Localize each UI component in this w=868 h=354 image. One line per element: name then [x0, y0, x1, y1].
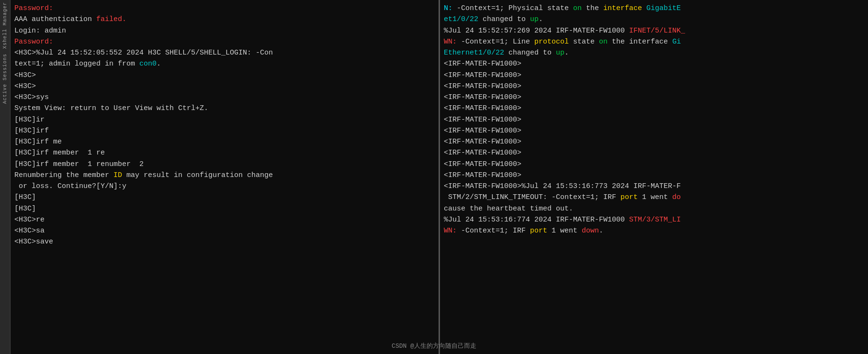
sidebar-label-2: Active Sessions — [2, 54, 8, 104]
terminal-line: %Jul 24 15:53:16:774 2024 IRF-MATER-FW10… — [444, 214, 864, 225]
terminal-line: Renumbering the member ID may result in … — [14, 170, 435, 181]
terminal-line: <H3C>sa — [14, 225, 435, 236]
terminal-line: <IRF-MATER-FW1000> — [444, 147, 864, 158]
terminal-line: [H3C]ir — [14, 114, 435, 125]
terminal-line: <IRF-MATER-FW1000> — [444, 103, 864, 114]
terminal-line: text=1; admin logged in from con0. — [14, 58, 435, 69]
terminal-line: Login: admin — [14, 25, 435, 36]
terminal-line: or loss. Continue?[Y/N]:y — [14, 181, 435, 192]
terminal-line: <IRF-MATER-FW1000> — [444, 136, 864, 147]
terminal-line: N: -Context=1; Physical state on the int… — [444, 3, 864, 14]
terminal-line: [H3C] — [14, 203, 435, 214]
terminal-line: <IRF-MATER-FW1000> — [444, 92, 864, 103]
terminal-line: <IRF-MATER-FW1000> — [444, 159, 864, 170]
terminal-line: [H3C]irf member 1 re — [14, 147, 435, 158]
terminal-line: <IRF-MATER-FW1000>%Jul 24 15:53:16:773 2… — [444, 181, 864, 192]
terminal-line: et1/0/22 changed to up. — [444, 14, 864, 25]
terminal-line: [H3C] — [14, 192, 435, 203]
terminal-line: %Jul 24 15:52:57:269 2024 IRF-MATER-FW10… — [444, 25, 864, 36]
terminal-line: [H3C]irf — [14, 125, 435, 136]
terminal-line: <H3C>%Jul 24 15:52:05:552 2024 H3C SHELL… — [14, 47, 435, 58]
terminal-line: Password: — [14, 3, 435, 14]
terminal-line: [H3C]irf member 1 renumber 2 — [14, 159, 435, 170]
terminal-line: <H3C>sys — [14, 92, 435, 103]
terminal-line: <IRF-MATER-FW1000> — [444, 170, 864, 181]
terminal-line: <H3C>re — [14, 214, 435, 225]
right-terminal-panel[interactable]: N: -Context=1; Physical state on the int… — [440, 0, 868, 354]
terminal-line: WN: -Context=1; Line protocol state on t… — [444, 36, 864, 47]
terminal-line: System View: return to User View with Ct… — [14, 103, 435, 114]
terminal-line: Ethernet1/0/22 changed to up. — [444, 47, 864, 58]
terminal-line: <H3C> — [14, 81, 435, 92]
terminal-line: Password: — [14, 36, 435, 47]
sidebar: Xshell Manager Active Sessions — [0, 0, 11, 354]
terminal-line: <H3C> — [14, 70, 435, 81]
terminal-line: WN: -Context=1; IRF port 1 went down. — [444, 225, 864, 236]
left-terminal-panel[interactable]: Password:AAA authentication failed.Login… — [11, 0, 440, 354]
terminal-line: <IRF-MATER-FW1000> — [444, 81, 864, 92]
terminal-line: <IRF-MATER-FW1000> — [444, 70, 864, 81]
sidebar-label-1: Xshell Manager — [2, 2, 8, 49]
terminal-line: [H3C]irf me — [14, 136, 435, 147]
terminal-line: STM/2/STM_LINK_TIMEOUT: -Context=1; IRF … — [444, 192, 864, 203]
terminal-line: <H3C>save — [14, 236, 435, 247]
terminal-line: AAA authentication failed. — [14, 14, 435, 25]
main-container: Password:AAA authentication failed.Login… — [11, 0, 868, 354]
terminal-line: <IRF-MATER-FW1000> — [444, 114, 864, 125]
terminal-line: cause the heartbeat timed out. — [444, 203, 864, 214]
terminal-line: <IRF-MATER-FW1000> — [444, 125, 864, 136]
terminal-line: <IRF-MATER-FW1000> — [444, 58, 864, 69]
